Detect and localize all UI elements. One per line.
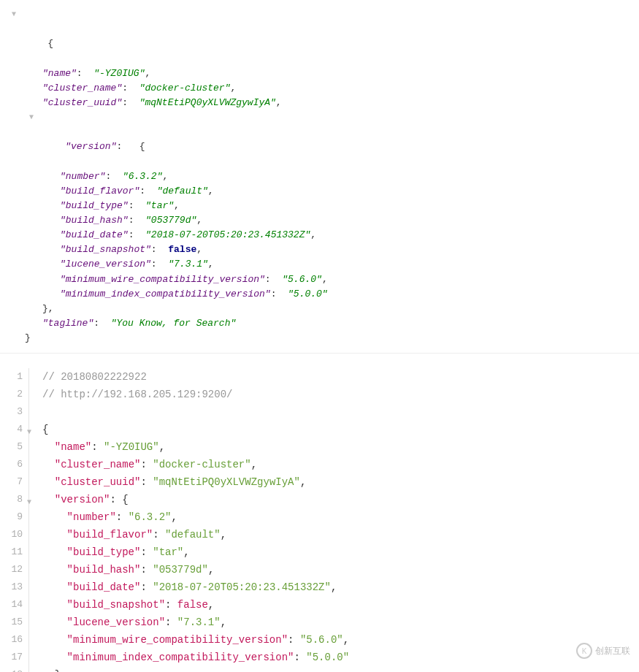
code-line: },: [42, 666, 349, 672]
json-line: "minimum_wire_compatibility_version": "5…: [7, 272, 632, 287]
watermark: K 创新互联: [576, 643, 630, 659]
code-line: "build_type": "tar",: [42, 543, 349, 561]
code-line: "number": "6.3.2",: [42, 508, 349, 526]
line-number: 12: [0, 561, 23, 579]
code-line: "minimum_index_compatibility_version": "…: [42, 649, 349, 666]
json-line: "tagline": "You Know, for Search": [7, 316, 632, 331]
line-number: 4▼: [0, 421, 23, 438]
line-number: 13: [0, 579, 23, 596]
fold-icon[interactable]: ▼: [27, 494, 31, 511]
line-number: 17: [0, 649, 23, 666]
json-line: "minimum_index_compatibility_version": "…: [7, 287, 632, 302]
logo-icon: K: [576, 643, 592, 659]
code-line: "minimum_wire_compatibility_version": "5…: [42, 631, 349, 649]
collapse-toggle-icon[interactable]: ▼: [29, 112, 34, 123]
watermark-text: 创新互联: [595, 645, 630, 657]
line-number-gutter: 1 2 3 4▼ 5 6 7 8▼ 9 10 11 12 13 14 15 16…: [0, 368, 29, 672]
code-line: "build_hash": "053779d",: [42, 561, 349, 579]
json-line: "number": "6.3.2",: [7, 169, 632, 184]
code-line: "cluster_uuid": "mqNtEtiPQ0yXLVWZgywIyA"…: [42, 473, 349, 491]
fold-icon[interactable]: ▼: [27, 424, 31, 441]
json-line: "cluster_name": "docker-cluster",: [7, 81, 632, 96]
json-line: "lucene_version": "7.3.1",: [7, 257, 632, 272]
json-line: "name": "-YZ0IUG",: [7, 66, 632, 81]
json-line: "build_date": "2018-07-20T05:20:23.45133…: [7, 228, 632, 243]
line-number: 3: [0, 403, 23, 421]
open-brace: {: [47, 38, 53, 49]
code-line: "build_date": "2018-07-20T05:20:23.45133…: [42, 579, 349, 596]
code-line: "name": "-YZ0IUG",: [42, 438, 349, 456]
json-line: "build_snapshot": false,: [7, 243, 632, 257]
line-number: 2: [0, 386, 23, 403]
code-line: "lucene_version": "7.3.1",: [42, 614, 349, 631]
code-area: // 20180802222922 // http://192.168.205.…: [29, 368, 349, 672]
code-line: "version": {: [42, 491, 349, 508]
line-number: 1: [0, 368, 23, 386]
line-number: 9: [0, 508, 23, 526]
json-line: },: [7, 302, 632, 316]
line-number: 11: [0, 543, 23, 561]
line-number: 7: [0, 473, 23, 491]
json-line: ▼ "version": {: [7, 110, 632, 169]
line-number: 14: [0, 596, 23, 614]
json-line: ▼ {: [7, 7, 632, 66]
code-line: "cluster_name": "docker-cluster",: [42, 456, 349, 473]
line-number: 10: [0, 526, 23, 543]
line-number: 5: [0, 438, 23, 456]
line-number: 6: [0, 456, 23, 473]
json-viewer-bottom: 1 2 3 4▼ 5 6 7 8▼ 9 10 11 12 13 14 15 16…: [0, 368, 639, 672]
code-line: [42, 403, 349, 421]
collapse-toggle-icon[interactable]: ▼: [12, 9, 16, 20]
json-line: "build_flavor": "default",: [7, 184, 632, 199]
json-line: "build_hash": "053779d",: [7, 213, 632, 228]
code-line: // http://192.168.205.129:9200/: [42, 386, 349, 403]
line-number: 8▼: [0, 491, 23, 508]
json-viewer-top: ▼ { "name": "-YZ0IUG", "cluster_name": "…: [0, 0, 639, 354]
json-line: }: [7, 331, 632, 345]
line-number: 15: [0, 614, 23, 631]
line-number: 18: [0, 666, 23, 672]
json-line: "cluster_uuid": "mqNtEtiPQ0yXLVWZgywIyA"…: [7, 96, 632, 110]
line-number: 16: [0, 631, 23, 649]
code-line: "build_flavor": "default",: [42, 526, 349, 543]
code-line: "build_snapshot": false,: [42, 596, 349, 614]
code-line: {: [42, 421, 349, 438]
code-line: // 20180802222922: [42, 368, 349, 386]
json-line: "build_type": "tar",: [7, 199, 632, 213]
